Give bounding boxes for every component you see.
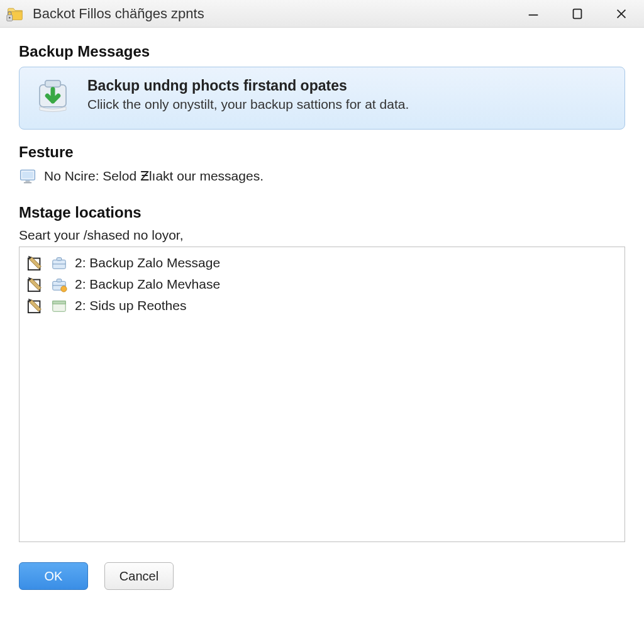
locations-hint: Seart your /shased no loyor, [19,228,625,243]
banner-subtitle: Cliick the only onystilt, your backup sa… [87,97,409,112]
list-item[interactable]: 2: Backup Zalo Message [26,252,618,274]
svg-point-2 [9,16,11,18]
window-title: Backot Fillos chäñges zpnts [33,6,521,22]
window-controls [521,3,634,25]
list-item[interactable]: 2: Backup Zalo Mevhase [26,274,618,295]
svg-rect-11 [26,180,30,182]
section-locations: Mstage locations [19,204,625,221]
svg-rect-4 [574,9,582,18]
info-banner: Backup undng phocts firstand opates Clii… [19,67,625,130]
ok-button[interactable]: OK [19,562,88,590]
dialog-footer: OK Cancel [0,551,644,590]
locations-listbox[interactable]: 2: Backup Zalo Message 2: Backup Zalo Me… [19,247,625,542]
dialog-body: Backup Messages Backup undng phocts firs… [0,28,644,551]
briefcase-alert-icon [51,276,67,292]
section-backup-messages: Backup Messages [19,43,625,60]
svg-rect-10 [22,172,33,179]
close-button[interactable] [609,3,634,25]
backup-download-icon [31,75,75,119]
feature-text: No Ncire: Selod Ƶlıakt our messages. [44,169,264,184]
svg-rect-19 [57,279,61,282]
folder-lock-icon [6,5,24,23]
list-item-label: 2: Backup Zalo Mevhase [75,277,220,292]
minimize-button[interactable] [521,3,546,25]
monitor-icon [19,167,36,185]
maximize-button[interactable] [565,3,590,25]
section-feature: Festure [19,143,625,161]
checkbox-edit-icon[interactable] [27,255,43,271]
checkbox-edit-icon[interactable] [27,276,43,292]
list-item-label: 2: Sids up Reothes [75,298,186,313]
window-icon [51,297,67,314]
checkbox-edit-icon[interactable] [27,297,43,314]
cancel-button[interactable]: Cancel [104,562,174,590]
svg-rect-8 [45,80,61,87]
svg-point-21 [61,286,67,292]
feature-row: No Ncire: Selod Ƶlıakt our messages. [19,167,625,185]
titlebar: Backot Fillos chäñges zpnts [0,0,644,28]
briefcase-icon [51,255,67,271]
svg-rect-24 [53,301,65,304]
list-item-label: 2: Backup Zalo Message [75,255,220,270]
svg-rect-12 [24,182,31,184]
banner-title: Backup undng phocts firstand opates [87,77,409,94]
list-item[interactable]: 2: Sids up Reothes [26,295,618,316]
svg-rect-15 [57,258,61,261]
